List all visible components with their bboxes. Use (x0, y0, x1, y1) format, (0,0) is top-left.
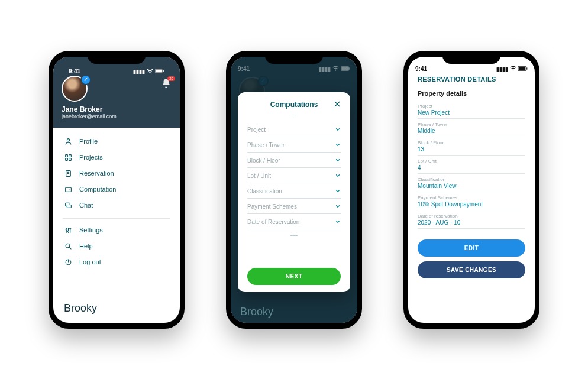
menu-item-profile[interactable]: Profile (63, 134, 170, 150)
svg-rect-14 (67, 205, 71, 208)
status-time: 9:41 (415, 66, 427, 72)
dropdown-lot-unit[interactable]: Lot / Unit (247, 168, 341, 183)
verified-badge-icon: ✓ (80, 74, 91, 85)
profile-header: 9:41 ▮▮▮▮ ✓ 20 (53, 57, 180, 128)
notch (88, 51, 146, 64)
dropdown-label: Project (247, 127, 266, 133)
menu-item-settings[interactable]: Settings (63, 222, 170, 238)
menu-item-projects[interactable]: Projects (63, 150, 170, 166)
status-icons: ▮▮▮▮ (133, 69, 164, 74)
notch (265, 51, 323, 64)
notch (442, 51, 500, 64)
chevron-down-icon (335, 203, 341, 210)
menu-item-log-out[interactable]: Log out (63, 254, 170, 270)
svg-line-22 (69, 247, 71, 249)
svg-point-20 (69, 228, 70, 229)
chevron-down-icon (335, 219, 341, 226)
svg-rect-4 (65, 154, 67, 157)
svg-rect-30 (526, 67, 527, 70)
svg-point-21 (66, 244, 70, 248)
menu-item-help[interactable]: Help (63, 238, 170, 254)
dropdown-classification[interactable]: Classification (247, 183, 341, 199)
doc-icon (64, 170, 72, 177)
chat-icon (64, 202, 72, 209)
field-date-of-reservation: Date of reservation2020 - AUG - 10 (418, 210, 525, 229)
grid-icon (64, 154, 72, 161)
menu-item-label: Help (79, 242, 93, 250)
menu-item-computation[interactable]: Computation (63, 182, 170, 197)
scroll-indicator-top: — (247, 112, 341, 119)
wifi-icon (147, 69, 153, 74)
field-value: Middle (418, 128, 525, 134)
menu-item-label: Profile (79, 138, 98, 145)
avatar[interactable]: ✓ (62, 76, 88, 102)
field-value: New Project (418, 109, 525, 116)
svg-rect-2 (163, 70, 164, 72)
chevron-down-icon (335, 157, 341, 164)
close-button[interactable] (334, 101, 341, 109)
menu-item-reservation[interactable]: Reservation (63, 166, 170, 182)
field-value: 4 (418, 164, 525, 171)
dropdown-label: Date of Reservation (247, 219, 299, 225)
field-label: Project (418, 103, 525, 109)
dropdown-label: Payment Schemes (247, 203, 297, 210)
section-title: Property details (418, 90, 525, 97)
edit-button[interactable]: EDIT (418, 239, 525, 257)
notification-badge: 20 (167, 76, 175, 81)
close-icon (334, 101, 341, 108)
save-changes-button[interactable]: SAVE CHANGES (418, 261, 525, 278)
page-title: RESERVATION DETAILS (418, 76, 525, 83)
dropdown-date-of-reservation[interactable]: Date of Reservation (247, 214, 341, 229)
dropdown-project[interactable]: Project (247, 122, 341, 137)
wifi-icon (510, 66, 516, 72)
user-name: Jane Broker (62, 105, 172, 114)
field-value: 2020 - AUG - 10 (418, 219, 525, 226)
field-classification: ClassificationMountain View (418, 174, 525, 192)
field-lot-unit: Lot / Unit4 (418, 156, 525, 174)
dropdown-label: Classification (247, 188, 282, 195)
battery-icon (518, 66, 528, 72)
menu-item-chat[interactable]: Chat (63, 197, 170, 213)
field-block-floor: Block / Floor13 (418, 137, 525, 156)
field-label: Phase / Tower (418, 122, 525, 127)
field-label: Block / Floor (418, 140, 525, 145)
status-time: 9:41 (69, 68, 80, 74)
status-icons: ▮▮▮▮ (496, 66, 528, 72)
svg-rect-6 (65, 158, 67, 160)
svg-rect-7 (69, 158, 71, 160)
screen-1: 9:41 ▮▮▮▮ ✓ 20 (53, 57, 180, 323)
chevron-down-icon (335, 127, 341, 134)
sliders-icon (64, 226, 72, 234)
next-button[interactable]: NEXT (247, 268, 341, 285)
field-payment-schemes: Payment Schemes10% Spot Downpayment (418, 192, 525, 210)
dropdown-label: Block / Floor (247, 157, 280, 164)
menu-item-label: Computation (79, 186, 116, 193)
field-phase-tower: Phase / TowerMiddle (418, 119, 525, 137)
signal-icon: ▮▮▮▮ (133, 69, 145, 74)
dropdown-label: Phase / Tower (247, 142, 285, 148)
battery-icon (155, 69, 164, 74)
menu-item-label: Reservation (79, 170, 114, 177)
notifications-button[interactable]: 20 (161, 78, 172, 91)
chevron-down-icon (335, 142, 341, 149)
menu-item-label: Settings (79, 226, 103, 234)
svg-point-12 (69, 189, 70, 190)
svg-rect-29 (519, 67, 525, 70)
field-project: ProjectNew Project (418, 101, 525, 119)
screen-2: 9:41 ▮▮▮▮ ✓ Brooky (231, 57, 357, 323)
dropdown-label: Lot / Unit (247, 173, 271, 179)
scroll-indicator-bottom: — (247, 232, 341, 239)
dropdown-payment-schemes[interactable]: Payment Schemes (247, 199, 341, 214)
field-label: Payment Schemes (418, 195, 525, 200)
modal-title: Computations (270, 101, 318, 109)
computations-modal: Computations — ProjectPhase / TowerBlock… (238, 92, 350, 292)
field-label: Date of reservation (418, 213, 525, 219)
phone-frame-2: 9:41 ▮▮▮▮ ✓ Brooky (226, 51, 362, 329)
field-value: Mountain View (418, 183, 525, 189)
dropdown-block-floor[interactable]: Block / Floor (247, 153, 341, 168)
svg-point-3 (67, 138, 69, 141)
user-email: janebroker@email.com (62, 114, 172, 119)
svg-point-19 (67, 231, 69, 232)
phone-frame-1: 9:41 ▮▮▮▮ ✓ 20 (49, 51, 185, 329)
dropdown-phase-tower[interactable]: Phase / Tower (247, 137, 341, 153)
